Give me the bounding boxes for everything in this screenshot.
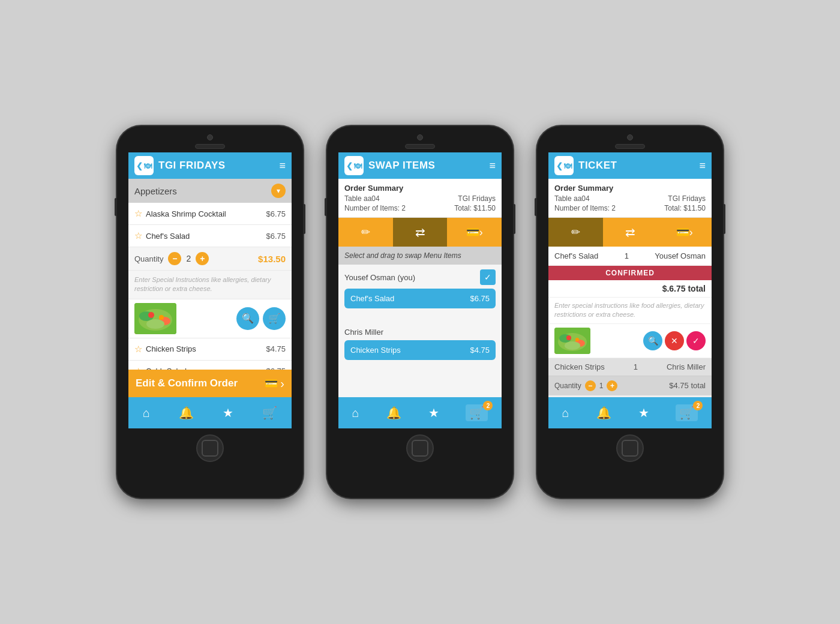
tab-edit-2[interactable]: ✏ [338,218,393,247]
nav-bell-3[interactable]: 🔔 [596,406,611,420]
app-header-1: ❮ 🍽 TGI FRIDAYS ≡ [128,152,292,179]
app-title-3: TICKET [578,160,699,172]
ticket-item1-person: Yousef Osman [655,251,706,260]
tab-swap-3[interactable]: ⇄ [603,218,658,247]
swap-instruction: Select and drag to swap Menu Items [338,247,502,265]
home-button-1[interactable] [196,434,224,462]
swap-item-price-1: $6.75 [470,294,490,303]
star-icon-1[interactable]: ☆ [134,208,142,219]
speaker-1 [195,144,225,149]
bell-icon-1: 🔔 [179,406,194,420]
phone-bottom-3 [616,428,644,470]
confirmed-bar: CONFIRMED [548,266,712,280]
ticket-item2-person: Chris Miller [667,362,706,371]
ticket-qty-label: Quantity [554,382,581,390]
app-title-1: TGI FRIDAYS [158,160,279,172]
nav-star-3[interactable]: ★ [638,406,649,420]
star-icon-2[interactable]: ☆ [134,230,142,241]
section-header-appetizers[interactable]: Appetizers ▾ [128,179,292,203]
home-button-3[interactable] [616,434,644,462]
expand-btn[interactable]: ▾ [271,184,286,198]
menu-icon-1[interactable]: ≡ [279,160,286,171]
item-price-2: $6.75 [266,232,286,241]
menu-item-cobb-salad[interactable]: ☆ Cobb Salad $6.75 [128,361,292,370]
total-info-3: Total: $11.50 [631,204,706,212]
nav-cart-2[interactable]: 🛒 2 [466,404,488,421]
menu-icon-3[interactable]: ≡ [699,160,706,171]
zoom-btn[interactable]: 🔍 [236,307,259,330]
tab-swap-2[interactable]: ⇄ [393,218,448,247]
nav-home-3[interactable]: ⌂ [562,406,569,420]
nav-cart-3[interactable]: 🛒 2 [676,404,698,421]
nav-star-2[interactable]: ★ [428,406,439,420]
content-3: Order Summary Table aa04 TGI Fridays Num… [548,179,712,397]
special-instr-ticket[interactable]: Enter special instructions like food all… [548,298,712,324]
home-icon-3: ⌂ [562,406,569,420]
app-title-2: SWAP ITEMS [368,160,489,172]
ticket-qty-total: $4.75 total [669,381,706,390]
nav-star-1[interactable]: ★ [223,406,233,420]
food-image-row-1: 🔍 🛒 [128,299,292,338]
edit-confirm-text: Edit & Confirm Order [136,377,265,389]
menu-icon-2[interactable]: ≡ [489,160,496,171]
edit-confirm-bar[interactable]: Edit & Confirm Order 💳 › [128,370,292,397]
restaurant-info-3: TGI Fridays [631,194,706,203]
ticket-qty-plus-btn[interactable]: + [607,380,617,391]
total-info-2: Total: $11.50 [421,204,496,212]
quantity-label: Quantity [134,254,163,263]
phone-bottom-2 [406,428,434,470]
app-logo-2: ❮ 🍽 [344,156,364,175]
action-btns-1: 🔍 🛒 [236,307,286,330]
item-price-1: $6.75 [266,209,286,218]
swap-item-btn-2[interactable]: Chicken Strips $4.75 [344,340,496,360]
user-section-chris: Chris Miller Chicken Strips $4.75 [338,323,502,365]
special-instructions-1[interactable]: Enter Special Instructions like allergie… [128,271,292,299]
ticket-zoom-btn[interactable]: 🔍 [643,331,662,350]
add-to-cart-btn[interactable]: 🛒 [263,307,286,330]
home-icon-1: ⌂ [143,406,150,420]
qty-minus-btn[interactable]: − [168,252,181,265]
qty-plus-btn[interactable]: + [196,252,209,265]
item-name-3: Chicken Strips [146,344,196,353]
speaker-3 [615,144,645,149]
chevron-right-tab-3: › [689,226,693,239]
star-icon-3[interactable]: ☆ [134,344,142,355]
checkmark-icon-1: ✓ [484,272,491,282]
ticket-food-row: 🔍 ✕ ✓ [548,324,712,358]
nav-cart-1[interactable]: 🛒 [262,406,277,420]
qty-plus-icon-3: + [610,382,614,390]
tab-card-2[interactable]: 💳 › [447,218,502,247]
nav-bell-1[interactable]: 🔔 [179,406,194,420]
home-button-2[interactable] [406,434,434,462]
check-icon-1[interactable]: ✓ [480,269,496,285]
ticket-item1-qty: 1 [625,251,629,260]
app-header-3: ❮ 🍽 TICKET ≡ [548,152,712,179]
tab-edit-3[interactable]: ✏ [548,218,603,247]
ticket-qty-minus-btn[interactable]: − [585,380,596,391]
item-price-3: $4.75 [266,344,286,353]
menu-item-chicken-strips[interactable]: ☆ Chicken Strips $4.75 [128,338,292,361]
home-btn-inner-2 [412,440,428,457]
confirmed-label: CONFIRMED [605,269,655,277]
app-logo-1: ❮ 🍽 [134,156,154,175]
ticket-action-btns: 🔍 ✕ ✓ [643,331,706,350]
screen-3: ❮ 🍽 TICKET ≡ Order Summary Table aa04 TG… [548,152,712,428]
svg-point-6 [159,315,164,320]
phone-bottom-1 [196,428,224,470]
swap-item-name-1: Chef's Salad [350,294,394,303]
ticket-remove-btn[interactable]: ✕ [665,331,684,350]
nav-home-1[interactable]: ⌂ [143,406,150,420]
card-icon-1: 💳 [265,377,278,390]
bell-icon-3: 🔔 [596,406,611,420]
camera-3 [627,134,633,140]
nav-bell-2[interactable]: 🔔 [386,406,401,420]
ticket-qty-value: 1 [599,382,604,390]
nav-home-2[interactable]: ⌂ [352,406,359,420]
menu-item-alaska-shrimp[interactable]: ☆ Alaska Shrimp Cocktail $6.75 [128,203,292,225]
swap-item-btn-1[interactable]: Chef's Salad $6.75 [344,289,496,308]
ticket-confirm-btn[interactable]: ✓ [686,331,706,350]
food-image-3 [554,328,590,354]
svg-point-5 [148,312,154,318]
tab-card-3[interactable]: 💳 › [657,218,712,247]
menu-item-chefs-salad[interactable]: ☆ Chef's Salad $6.75 [128,225,292,247]
